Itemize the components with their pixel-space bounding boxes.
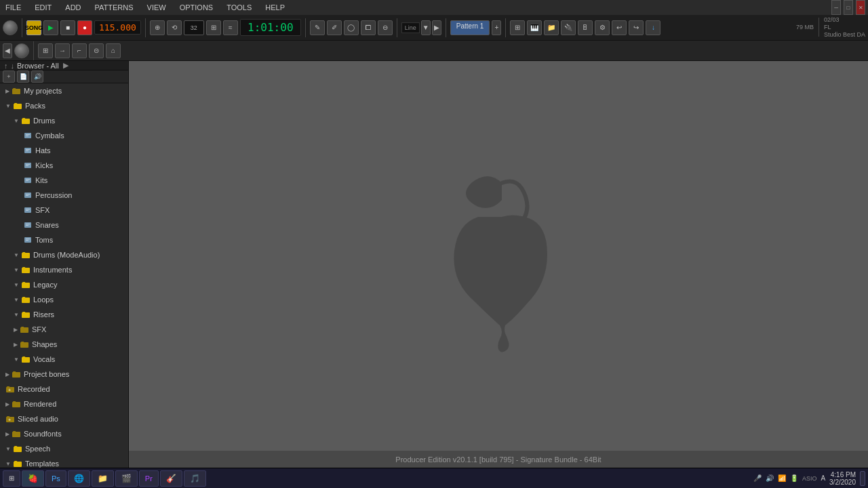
sidebar-item-instruments[interactable]: ▼Instruments — [0, 262, 128, 277]
sidebar-item-shapes[interactable]: ▶Shapes — [0, 337, 128, 352]
show-desktop[interactable] — [860, 471, 865, 486]
sidebar-toggle[interactable]: ◀ — [3, 43, 12, 58]
channel-rack-button[interactable]: ⊞ — [510, 20, 525, 35]
sidebar-item-legacy[interactable]: ▼Legacy — [0, 277, 128, 292]
sidebar-item-packs[interactable]: ▼Packs — [0, 98, 128, 113]
tb2-btn1[interactable]: ⊞ — [38, 43, 53, 58]
menu-add[interactable]: ADD — [62, 2, 83, 13]
menu-view[interactable]: VIEW — [144, 2, 169, 13]
eq-button[interactable]: ≈ — [223, 20, 238, 35]
close-button[interactable]: ✕ — [856, 0, 865, 15]
time-display[interactable]: 1:01:00 — [240, 19, 301, 36]
drums-modeaudio-arrow: ▼ — [14, 252, 19, 258]
sidebar-item-snares[interactable]: Snares — [0, 218, 128, 232]
sidebar-item-templates[interactable]: ▼Templates — [0, 456, 128, 468]
sidebar-sound-btn[interactable]: 🔊 — [31, 70, 43, 83]
menu-tools[interactable]: TOOLS — [224, 2, 254, 13]
undo-button[interactable]: ↩ — [612, 20, 627, 35]
tb2-btn4[interactable]: ⊝ — [89, 43, 104, 58]
piano-roll-button[interactable]: 🎹 — [527, 20, 542, 35]
sidebar-item-percussion[interactable]: Percussion — [0, 188, 128, 203]
instruments-icon — [21, 265, 31, 274]
sliced-audio-icon: + — [5, 414, 15, 424]
pattern-selector[interactable]: Pattern 1 — [450, 20, 490, 35]
record-button[interactable]: ● — [77, 20, 92, 35]
line-selector[interactable]: Line — [401, 22, 420, 33]
explorer-taskbar[interactable]: 📁 — [92, 470, 114, 487]
select-mode-button[interactable]: ⧠ — [361, 20, 376, 35]
zoom-mode-button[interactable]: ⊖ — [378, 20, 393, 35]
sidebar-item-speech[interactable]: ▼Speech — [0, 441, 128, 456]
draw-mode-button[interactable]: ✎ — [310, 20, 325, 35]
settings-button[interactable]: ⚙ — [595, 20, 610, 35]
pattern-add[interactable]: + — [492, 20, 501, 35]
sidebar-item-drums-modeaudio[interactable]: ▼Drums (ModeAudio) — [0, 247, 128, 262]
sidebar-item-rendered[interactable]: ▶Rendered — [0, 396, 128, 411]
sidebar-item-loops[interactable]: ▼Loops — [0, 292, 128, 307]
tb2-btn2[interactable]: → — [55, 43, 70, 58]
play-button[interactable]: ▶ — [43, 20, 58, 35]
sidebar-item-risers[interactable]: ▼Risers — [0, 307, 128, 322]
tb2-btn3[interactable]: ⌐ — [72, 43, 87, 58]
premiere-taskbar[interactable]: Pr — [139, 470, 159, 487]
svg-text:+: + — [8, 418, 11, 422]
photoshop-taskbar[interactable]: Ps — [45, 470, 66, 487]
media-taskbar[interactable]: 🎬 — [115, 470, 138, 487]
sidebar-item-hats[interactable]: Hats — [0, 143, 128, 158]
sidebar-item-sliced-audio[interactable]: +Sliced audio — [0, 411, 128, 426]
guitar-taskbar[interactable]: 🎸 — [160, 470, 182, 487]
sidebar-item-sfx-root[interactable]: ▶SFX — [0, 322, 128, 337]
fl-studio-taskbar[interactable]: 🍓 — [22, 470, 44, 487]
speech-label: Speech — [25, 445, 50, 453]
loop-button[interactable]: ⟲ — [167, 20, 182, 35]
svg-rect-7 — [26, 164, 30, 165]
mixer-button[interactable]: ⊞ — [206, 20, 221, 35]
tb2-knob[interactable] — [14, 43, 29, 58]
menu-patterns[interactable]: PATTERNS — [92, 2, 136, 13]
redo-button[interactable]: ↪ — [629, 20, 644, 35]
plugin-button[interactable]: 🔌 — [561, 20, 576, 35]
speaker-icon: 🔊 — [766, 474, 774, 482]
tb2-btn5[interactable]: ⌂ — [106, 43, 121, 58]
sidebar-add-btn[interactable]: + — [3, 70, 15, 83]
sidebar-item-my-projects[interactable]: ▶My projects — [0, 83, 128, 98]
browser-taskbar[interactable]: 🌐 — [68, 470, 90, 487]
download-button[interactable]: ↓ — [646, 20, 660, 35]
maximize-button[interactable]: □ — [844, 0, 853, 15]
sidebar-item-recorded[interactable]: +Recorded — [0, 382, 128, 396]
sidebar-item-project-bones[interactable]: ▶Project bones — [0, 367, 128, 382]
sidebar-item-drums[interactable]: ▼Drums — [0, 113, 128, 128]
master-volume-knob[interactable] — [3, 20, 18, 35]
snap-button[interactable]: ⊕ — [150, 20, 165, 35]
line-right[interactable]: ▶ — [432, 20, 441, 35]
sidebar-item-vocals[interactable]: ▼Vocals — [0, 352, 128, 367]
instruments-arrow: ▼ — [14, 267, 19, 273]
start-button[interactable]: ⊞ — [3, 470, 20, 487]
mic-icon: 🎤 — [753, 474, 762, 482]
menu-options[interactable]: OPTIONS — [177, 2, 216, 13]
music-taskbar[interactable]: 🎵 — [184, 470, 206, 487]
paint-mode-button[interactable]: ✐ — [327, 20, 342, 35]
bpm-display[interactable]: 115.000 — [94, 20, 141, 35]
svg-rect-11 — [26, 180, 28, 181]
svg-rect-8 — [26, 165, 28, 166]
menu-help[interactable]: HELP — [262, 2, 288, 13]
sidebar-item-kicks[interactable]: Kicks — [0, 158, 128, 173]
sidebar-item-toms[interactable]: Toms — [0, 232, 128, 247]
song-mode-button[interactable]: SONG — [26, 20, 41, 35]
mixer-btn2[interactable]: 🎚 — [578, 20, 593, 35]
sidebar-item-cymbals[interactable]: Cymbals — [0, 128, 128, 143]
sidebar-file-btn[interactable]: 📄 — [17, 70, 29, 83]
stop-button[interactable]: ■ — [60, 20, 75, 35]
sidebar-item-soundfonts[interactable]: ▶Soundfonts — [0, 426, 128, 441]
separator6 — [505, 18, 506, 37]
sidebar-item-sfx[interactable]: SFX — [0, 203, 128, 218]
menu-edit[interactable]: EDIT — [32, 2, 54, 13]
minimize-button[interactable]: ─ — [831, 0, 841, 15]
main-area: ↑ ↓ Browser - All ▶ + 📄 🔊 ▶My projects▼P… — [0, 61, 868, 468]
menu-file[interactable]: FILE — [3, 2, 24, 13]
browser-button[interactable]: 📁 — [544, 20, 559, 35]
sidebar-item-kits[interactable]: Kits — [0, 173, 128, 188]
line-dropdown[interactable]: ▼ — [421, 20, 431, 35]
erase-mode-button[interactable]: ◯ — [344, 20, 359, 35]
